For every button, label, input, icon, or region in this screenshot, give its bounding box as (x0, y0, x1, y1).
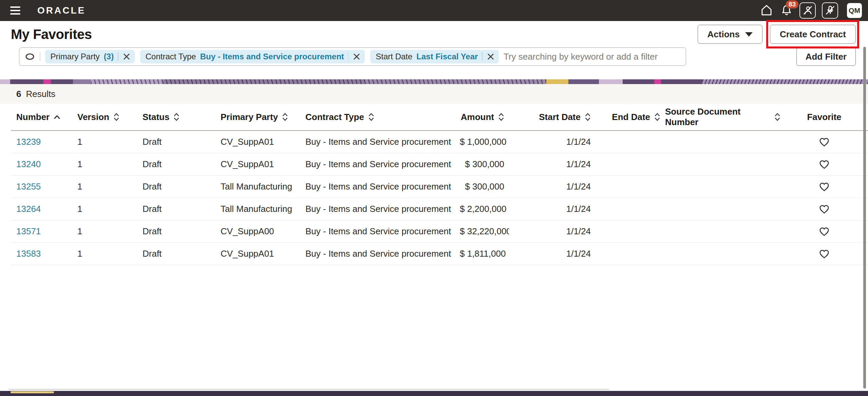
filter-chip-remove-icon[interactable] (122, 53, 131, 61)
filter-chip-remove-icon[interactable] (487, 53, 495, 61)
column-header-end-date[interactable]: End Date (596, 112, 665, 122)
cell-favorite (780, 159, 868, 170)
cell-favorite (780, 204, 868, 214)
favorite-heart-icon (819, 226, 830, 237)
actions-button-label: Actions (707, 29, 740, 40)
column-header-favorite[interactable]: Favorite (780, 112, 868, 122)
filter-chip-value: Buy - Items and Service procurement (200, 52, 344, 61)
cell-start-date: 1/1/24 (509, 181, 596, 192)
topbar-actions: 83 QM (759, 2, 862, 19)
column-header-label: Amount (461, 112, 494, 122)
filter-chips: Primary Party(3)Contract TypeBuy - Items… (45, 50, 499, 63)
favorite-heart-icon (819, 249, 830, 259)
cell-start-date: 1/1/24 (509, 249, 596, 259)
cell-status: Draft (137, 159, 215, 170)
favorite-toggle-button[interactable] (780, 204, 868, 214)
cell-favorite (780, 137, 868, 147)
cell-amount: $ 300,000 (460, 181, 509, 192)
cell-number: 13571 (11, 226, 72, 237)
add-filter-button[interactable]: Add Filter (796, 47, 856, 66)
cell-version: 1 (72, 249, 137, 259)
cell-version: 1 (72, 137, 137, 147)
notifications-button[interactable]: 83 (780, 3, 793, 18)
create-contract-button[interactable]: Create Contract (770, 25, 856, 44)
column-header-number[interactable]: Number (11, 112, 72, 122)
vertical-scrollbar[interactable] (863, 47, 866, 389)
favorite-toggle-button[interactable] (780, 137, 868, 147)
filter-chip-primary-party[interactable]: Primary Party(3) (45, 50, 135, 63)
favorite-toggle-button[interactable] (780, 182, 868, 192)
table-row: 135831DraftCV_SuppA01Buy - Items and Ser… (11, 243, 868, 265)
cell-amount: $ 1,811,000 (460, 249, 509, 259)
contract-number-link[interactable]: 13583 (16, 249, 41, 259)
favorite-toggle-button[interactable] (780, 249, 868, 259)
contract-number-link[interactable]: 13264 (16, 204, 41, 214)
agent-disabled-button[interactable] (799, 2, 816, 19)
column-header-version[interactable]: Version (72, 112, 137, 122)
filter-chip-start-date[interactable]: Start DateLast Fiscal Year (370, 50, 499, 63)
column-header-amount[interactable]: Amount (460, 112, 509, 122)
content-bottom-line (8, 389, 609, 390)
column-header-start-date[interactable]: Start Date (509, 112, 596, 122)
cell-amount: $ 300,000 (460, 159, 509, 170)
column-header-primary-party[interactable]: Primary Party (215, 112, 300, 122)
cell-start-date: 1/1/24 (509, 159, 596, 170)
cell-version: 1 (72, 181, 137, 192)
horizontal-scroll-thumb[interactable] (11, 391, 54, 393)
filter-chip-contract-type[interactable]: Contract TypeBuy - Items and Service pro… (140, 50, 365, 63)
home-button[interactable] (759, 3, 774, 18)
column-header-label: End Date (612, 112, 650, 122)
contract-number-link[interactable]: 13239 (16, 137, 41, 147)
cell-primary-party: Tall Manufacturing (215, 181, 300, 192)
contract-number-link[interactable]: 13571 (16, 226, 41, 236)
filter-chip-remove-icon[interactable] (353, 53, 361, 61)
contract-number-link[interactable]: 13255 (16, 181, 41, 192)
column-header-contract-type[interactable]: Contract Type (300, 112, 460, 122)
cell-favorite (780, 249, 868, 259)
favorite-toggle-button[interactable] (780, 159, 868, 170)
cell-number: 13239 (11, 137, 72, 147)
mic-disabled-icon (824, 4, 836, 17)
cell-number: 13240 (11, 159, 72, 170)
results-label: Results (26, 89, 55, 99)
column-header-status[interactable]: Status (137, 112, 215, 122)
results-count: 6 (16, 89, 21, 99)
hamburger-menu-icon[interactable] (10, 5, 22, 16)
cell-primary-party: CV_SuppA00 (215, 226, 300, 237)
cell-number: 13583 (11, 249, 72, 259)
agent-disabled-icon (802, 4, 813, 17)
column-header-source-document-number[interactable]: Source Document Number (665, 106, 780, 127)
header-buttons: Actions Create Contract (698, 25, 856, 44)
cell-amount: $ 32,220,000 (460, 226, 509, 237)
column-header-label: Primary Party (221, 112, 278, 122)
filter-chip-value: (3) (104, 52, 114, 61)
cell-favorite (780, 182, 868, 192)
column-header-label: Start Date (539, 112, 581, 122)
decorative-banner (0, 79, 868, 84)
footer-bar (0, 391, 868, 396)
favorite-heart-icon (819, 137, 830, 147)
cell-contract-type: Buy - Items and Service procurement (300, 137, 460, 147)
column-header-label: Version (77, 112, 109, 122)
saved-search-icon[interactable] (25, 53, 35, 61)
search-filter-box: Primary Party(3)Contract TypeBuy - Items… (19, 47, 686, 66)
user-avatar[interactable]: QM (847, 3, 862, 18)
divider (348, 53, 349, 61)
cell-amount: $ 1,000,000 (460, 137, 509, 147)
cell-start-date: 1/1/24 (509, 204, 596, 214)
filter-chip-label: Primary Party (51, 52, 100, 61)
search-input[interactable] (504, 52, 680, 62)
table-row: 132641DraftTall ManufacturingBuy - Items… (11, 198, 868, 220)
cell-number: 13264 (11, 204, 72, 214)
dropdown-arrow-icon (745, 32, 753, 37)
notification-count-badge: 83 (786, 0, 798, 9)
contract-number-link[interactable]: 13240 (16, 159, 41, 169)
filter-chip-value: Last Fiscal Year (416, 52, 478, 61)
actions-button[interactable]: Actions (698, 25, 762, 44)
column-header-label: Source Document Number (665, 106, 770, 127)
cell-version: 1 (72, 226, 137, 237)
favorite-toggle-button[interactable] (780, 226, 868, 237)
cell-contract-type: Buy - Items and Service procurement (300, 181, 460, 192)
mic-disabled-button[interactable] (822, 2, 838, 19)
cell-favorite (780, 226, 868, 237)
